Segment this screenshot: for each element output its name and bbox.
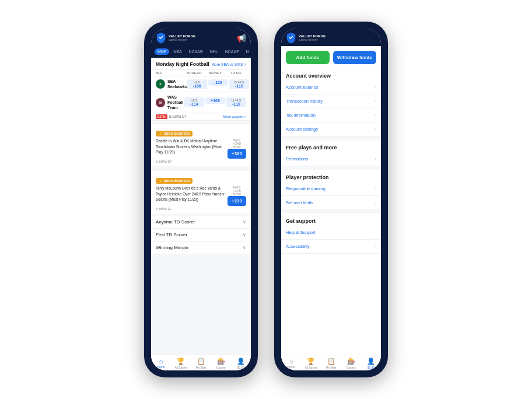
sea-spread[interactable]: -2.5 -106: [187, 79, 207, 89]
phone-notch-1: [184, 29, 219, 33]
boost-now-btn-1[interactable]: +300: [228, 149, 246, 159]
nav-sports-label-2: All Sports: [305, 366, 317, 369]
nav-bets-2[interactable]: 📋 My Bets: [321, 358, 341, 369]
menu-tax-information[interactable]: Tax information ›: [281, 108, 381, 123]
logo-text-2: VALLEY FORGE: [299, 34, 326, 38]
account-settings-label: Account settings: [286, 127, 318, 132]
phone-1: VALLEY FORGE CASINO RESORT 📢 MNF NBA NCA…: [144, 22, 258, 377]
was-spread[interactable]: +2.5 -114: [184, 97, 204, 107]
menu-help-support[interactable]: Help & Support ›: [281, 226, 381, 240]
boost-text-1: Seattle to Win & DK Metcalf Anytime Touc…: [156, 138, 228, 154]
time-bar: ESPN 8:16PM ET More wagers >: [151, 113, 251, 121]
menu-transaction-history[interactable]: Transaction history ›: [281, 94, 381, 108]
home-icon-2: ⌂: [289, 358, 293, 365]
nav-bets-1[interactable]: 📋 My Bets: [191, 358, 211, 369]
sea-row: S SEASeahawks -2.5 -106 -126: [151, 76, 251, 92]
account-balance-label: Account balance: [286, 85, 318, 90]
sports-icon-1: 🏆: [177, 358, 185, 365]
boost-now-btn-2[interactable]: +230: [228, 196, 246, 206]
mnf-link[interactable]: More SEA vs WAS >: [211, 62, 246, 66]
chevron-3: ∨: [243, 245, 246, 250]
chevron-tax: ›: [374, 113, 376, 118]
nav-sports-2[interactable]: 🏆 All Sports: [301, 358, 321, 369]
more-wagers-link[interactable]: More wagers >: [223, 115, 246, 118]
tab-nhl[interactable]: NHL: [207, 48, 221, 55]
bet-table-header: NFL SPREAD MONEY TOTAL: [151, 70, 251, 76]
logo-area-1: VALLEY FORGE CASINO RESORT: [156, 32, 195, 44]
sea-money[interactable]: -126: [208, 79, 228, 89]
transaction-history-label: Transaction history: [286, 99, 323, 104]
casino-icon-2: 🎰: [347, 358, 355, 365]
nav-account-label-2: $0.00: [368, 366, 375, 369]
accordion-label-3: Winning Margin: [156, 245, 188, 250]
logo-text-1: VALLEY FORGE: [169, 34, 195, 38]
chevron-promotions: ›: [374, 156, 376, 162]
account-icon-2: 👤: [367, 358, 375, 365]
tab-ncaaf[interactable]: NCAAF: [222, 48, 242, 55]
menu-account-settings[interactable]: Account settings ›: [281, 123, 381, 136]
sports-icon-2: 🏆: [307, 358, 315, 365]
tab-mnf[interactable]: MNF: [155, 48, 169, 55]
odds-boost-1: ⚡ ODDS BOOSTED Seattle to Win & DK Metca…: [151, 123, 251, 166]
phone2-content: Add funds Withdraw funds Account overvie…: [281, 46, 381, 355]
col-money: MONEY: [205, 71, 225, 75]
chevron-transaction: ›: [374, 99, 376, 104]
megaphone-icon[interactable]: 📢: [237, 34, 246, 43]
responsible-gaming-label: Responsible gaming: [286, 186, 326, 191]
nav-casino-label-1: Casino: [216, 366, 226, 369]
help-support-label: Help & Support: [286, 230, 316, 235]
col-total: TOTAL: [226, 71, 246, 75]
nav-sports-1[interactable]: 🏆 All Sports: [171, 358, 191, 369]
withdraw-funds-button[interactable]: Withdraw funds: [333, 51, 377, 64]
nav-sports-label-1: All Sports: [175, 366, 187, 369]
menu-responsible-gaming[interactable]: Responsible gaming ›: [281, 182, 381, 196]
was-money[interactable]: +108: [205, 97, 225, 107]
menu-accessibility[interactable]: Accessibility ›: [281, 240, 381, 254]
shield-icon-1: [156, 32, 166, 44]
sea-team-info: S SEASeahawks: [156, 79, 187, 89]
mnf-title: Monday Night Football: [156, 61, 209, 67]
was-total[interactable]: U 46.5 -110: [226, 97, 246, 107]
chevron-settings: ›: [374, 127, 376, 132]
nav-casino-1[interactable]: 🎰 Casino: [211, 358, 231, 369]
casino-icon-1: 🎰: [217, 358, 225, 365]
tab-more[interactable]: N: [243, 48, 251, 55]
accordion-winning-margin[interactable]: Winning Margin ∨: [151, 242, 251, 254]
was-team-info: W WAS FootballTeam: [156, 94, 184, 110]
phone-2: VALLEY FORGE CASINO RESORT Add funds Wit…: [274, 22, 388, 377]
mnf-header: Monday Night Football More SEA vs WAS >: [151, 58, 251, 70]
accessibility-label: Accessibility: [286, 244, 310, 249]
nav-home-1[interactable]: ⌂ Home: [151, 358, 171, 369]
odds-boosted-badge-2: ⚡ ODDS BOOSTED: [156, 178, 192, 184]
time-label: ESPN 8:16PM ET: [156, 114, 187, 119]
nav-account-1[interactable]: 👤 $0.00: [231, 358, 251, 369]
chevron-responsible: ›: [374, 186, 376, 191]
sea-logo: S: [156, 79, 165, 89]
chevron-1: ∨: [243, 219, 246, 225]
sea-bet-cells: -2.5 -106 -126 O 46.5 -1: [187, 79, 249, 89]
tab-nba[interactable]: NBA: [170, 48, 184, 55]
nav-casino-2[interactable]: 🎰 Casino: [341, 358, 361, 369]
free-plays-header: Free plays and more: [281, 140, 381, 152]
boost-text-2: Terry McLaurin Over 65.5 Rec Yards & Tay…: [156, 186, 228, 201]
accordion-label-2: First TD Scorer: [156, 232, 187, 237]
set-user-limits-label: Set user limits: [286, 200, 313, 205]
odds-boost-2: ⚡ ODDS BOOSTED Terry McLaurin Over 65.5 …: [151, 169, 251, 214]
nav-bets-label-1: My Bets: [195, 366, 206, 369]
nav-home-label-2: Home: [287, 365, 295, 369]
menu-account-balance[interactable]: Account balance ›: [281, 80, 381, 94]
boost-time-2: 8:15PM ET: [156, 207, 246, 211]
sea-total[interactable]: O 46.5 -110: [229, 79, 249, 89]
odds-boosted-badge-1: ⚡ ODDS BOOSTED: [156, 131, 192, 136]
menu-promotions[interactable]: Promotions ›: [281, 152, 381, 166]
bottom-nav-1: ⌂ Home 🏆 All Sports 📋 My Bets 🎰 Casino 👤: [151, 355, 251, 370]
accordion-first-td[interactable]: First TD Scorer ∨: [151, 229, 251, 242]
tab-ncaab[interactable]: NCAAB: [186, 48, 206, 55]
menu-set-user-limits[interactable]: Set user limits ›: [281, 196, 381, 210]
nav-home-2[interactable]: ⌂ Home: [281, 358, 301, 369]
phone-notch-2: [314, 29, 349, 33]
nav-account-2[interactable]: 👤 $0.00: [361, 358, 381, 369]
accordion-anytime-td[interactable]: Anytime TD Scorer ∨: [151, 216, 251, 229]
phone1-content: Monday Night Football More SEA vs WAS > …: [151, 58, 251, 355]
add-funds-button[interactable]: Add funds: [286, 51, 330, 64]
